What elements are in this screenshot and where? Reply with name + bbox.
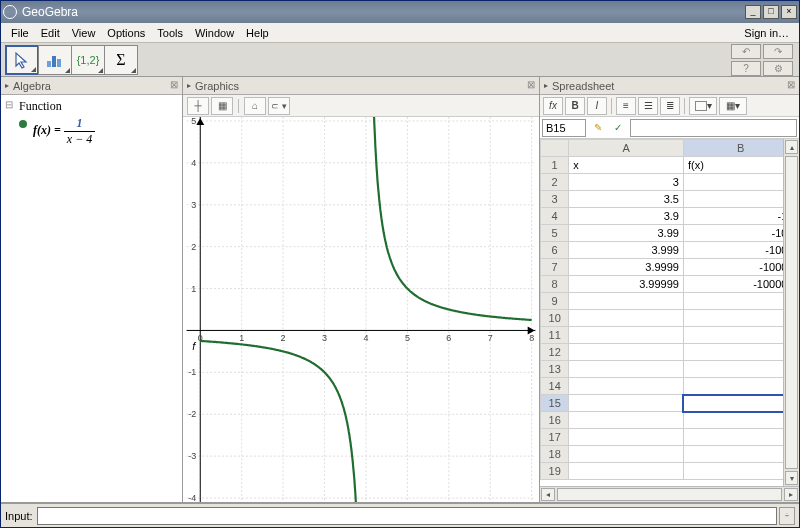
scroll-left-button[interactable]: ◂ xyxy=(541,488,555,501)
row-8-header[interactable]: 8 xyxy=(541,276,569,293)
row-15-header[interactable]: 15 xyxy=(541,395,569,412)
border-button[interactable]: ▦▾ xyxy=(719,97,747,115)
undo-button[interactable]: ↶ xyxy=(731,44,761,59)
align-left-button[interactable]: ≡ xyxy=(616,97,636,115)
cell-B15[interactable] xyxy=(683,395,798,412)
cell-A19[interactable] xyxy=(569,463,684,480)
cell-A11[interactable] xyxy=(569,327,684,344)
cancel-icon[interactable]: ✎ xyxy=(588,119,608,137)
cell-A9[interactable] xyxy=(569,293,684,310)
row-14-header[interactable]: 14 xyxy=(541,378,569,395)
cell-A15[interactable] xyxy=(569,395,684,412)
graphics-header[interactable]: ▸ Graphics ⊠ xyxy=(183,77,539,95)
cell-B6[interactable]: -1000 xyxy=(683,242,798,259)
menu-file[interactable]: File xyxy=(5,25,35,41)
row-1-header[interactable]: 1 xyxy=(541,157,569,174)
col-A-header[interactable]: A xyxy=(569,140,684,157)
scroll-right-button[interactable]: ▸ xyxy=(784,488,798,501)
collapse-icon[interactable]: ▸ xyxy=(187,81,191,90)
menu-options[interactable]: Options xyxy=(101,25,151,41)
row-6-header[interactable]: 6 xyxy=(541,242,569,259)
home-button[interactable]: ⌂ xyxy=(244,97,266,115)
scroll-down-button[interactable]: ▾ xyxy=(785,471,798,485)
menu-edit[interactable]: Edit xyxy=(35,25,66,41)
cell-A14[interactable] xyxy=(569,378,684,395)
cell-B12[interactable] xyxy=(683,344,798,361)
scroll-up-button[interactable]: ▴ xyxy=(785,140,798,154)
cell-B16[interactable] xyxy=(683,412,798,429)
cell-B14[interactable] xyxy=(683,378,798,395)
toggle-axes-button[interactable]: ┼ xyxy=(187,97,209,115)
row-7-header[interactable]: 7 xyxy=(541,259,569,276)
algebra-header[interactable]: ▸ Algebra ⊠ xyxy=(1,77,182,95)
cell-B4[interactable]: -10 xyxy=(683,208,798,225)
row-11-header[interactable]: 11 xyxy=(541,327,569,344)
cell-B1[interactable]: f(x) xyxy=(683,157,798,174)
tree-toggle-icon[interactable]: ⊟ xyxy=(5,99,15,110)
menu-view[interactable]: View xyxy=(66,25,102,41)
cell-A12[interactable] xyxy=(569,344,684,361)
row-3-header[interactable]: 3 xyxy=(541,191,569,208)
cell-B19[interactable] xyxy=(683,463,798,480)
row-13-header[interactable]: 13 xyxy=(541,361,569,378)
align-center-button[interactable]: ☰ xyxy=(638,97,658,115)
settings-button[interactable]: ⚙ xyxy=(763,61,793,76)
cell-B17[interactable] xyxy=(683,429,798,446)
input-field[interactable] xyxy=(37,507,777,525)
cell-B9[interactable] xyxy=(683,293,798,310)
cell-A17[interactable] xyxy=(569,429,684,446)
tool-move[interactable] xyxy=(5,45,39,75)
row-19-header[interactable]: 19 xyxy=(541,463,569,480)
row-12-header[interactable]: 12 xyxy=(541,344,569,361)
menu-tools[interactable]: Tools xyxy=(151,25,189,41)
cell-A10[interactable] xyxy=(569,310,684,327)
formula-input[interactable] xyxy=(630,119,797,137)
minimize-button[interactable]: _ xyxy=(745,5,761,19)
menu-window[interactable]: Window xyxy=(189,25,240,41)
cell-A3[interactable]: 3.5 xyxy=(569,191,684,208)
spreadsheet-grid[interactable]: AB1xf(x)23-133.5-243.9-1053.99-10063.999… xyxy=(540,139,799,502)
panel-close-icon[interactable]: ⊠ xyxy=(170,79,178,90)
cell-B8[interactable]: -100000 xyxy=(683,276,798,293)
fx-button[interactable]: fx xyxy=(543,97,563,115)
row-9-header[interactable]: 9 xyxy=(541,293,569,310)
row-16-header[interactable]: 16 xyxy=(541,412,569,429)
collapse-icon[interactable]: ▸ xyxy=(544,81,548,90)
v-scrollbar[interactable]: ▴ ▾ xyxy=(783,139,799,486)
italic-button[interactable]: I xyxy=(587,97,607,115)
function-row[interactable]: f(x) = 1 x − 4 xyxy=(5,116,178,147)
graphics-canvas[interactable]: 012345678-4-3-2-112345f xyxy=(183,117,539,502)
maximize-button[interactable]: □ xyxy=(763,5,779,19)
cell-A1[interactable]: x xyxy=(569,157,684,174)
align-right-button[interactable]: ≣ xyxy=(660,97,680,115)
tool-list[interactable]: {1,2} xyxy=(71,45,105,75)
cell-B11[interactable] xyxy=(683,327,798,344)
spreadsheet-header[interactable]: ▸ Spreadsheet ⊠ xyxy=(540,77,799,95)
cell-B2[interactable]: -1 xyxy=(683,174,798,191)
sign-in-link[interactable]: Sign in… xyxy=(738,25,795,41)
bgcolor-button[interactable]: ▾ xyxy=(689,97,717,115)
cell-A6[interactable]: 3.999 xyxy=(569,242,684,259)
h-scrollbar[interactable]: ◂ ▸ xyxy=(540,486,799,502)
row-17-header[interactable]: 17 xyxy=(541,429,569,446)
redo-button[interactable]: ↷ xyxy=(763,44,793,59)
cell-ref-input[interactable] xyxy=(542,119,586,137)
cell-B13[interactable] xyxy=(683,361,798,378)
tool-chart[interactable] xyxy=(38,45,72,75)
row-2-header[interactable]: 2 xyxy=(541,174,569,191)
panel-close-icon[interactable]: ⊠ xyxy=(527,79,535,90)
row-10-header[interactable]: 10 xyxy=(541,310,569,327)
tool-sum[interactable]: Σ xyxy=(104,45,138,75)
cell-B7[interactable]: -10000 xyxy=(683,259,798,276)
cell-B18[interactable] xyxy=(683,446,798,463)
snap-button[interactable]: ⊂ ▾ xyxy=(268,97,290,115)
cell-B5[interactable]: -100 xyxy=(683,225,798,242)
graphics-body[interactable]: ┼ ▦ ⌂ ⊂ ▾ 012345678-4-3-2-112345f xyxy=(183,95,539,502)
cell-A13[interactable] xyxy=(569,361,684,378)
row-5-header[interactable]: 5 xyxy=(541,225,569,242)
cell-A7[interactable]: 3.9999 xyxy=(569,259,684,276)
cell-B10[interactable] xyxy=(683,310,798,327)
collapse-icon[interactable]: ▸ xyxy=(5,81,9,90)
row-4-header[interactable]: 4 xyxy=(541,208,569,225)
panel-close-icon[interactable]: ⊠ xyxy=(787,79,795,90)
